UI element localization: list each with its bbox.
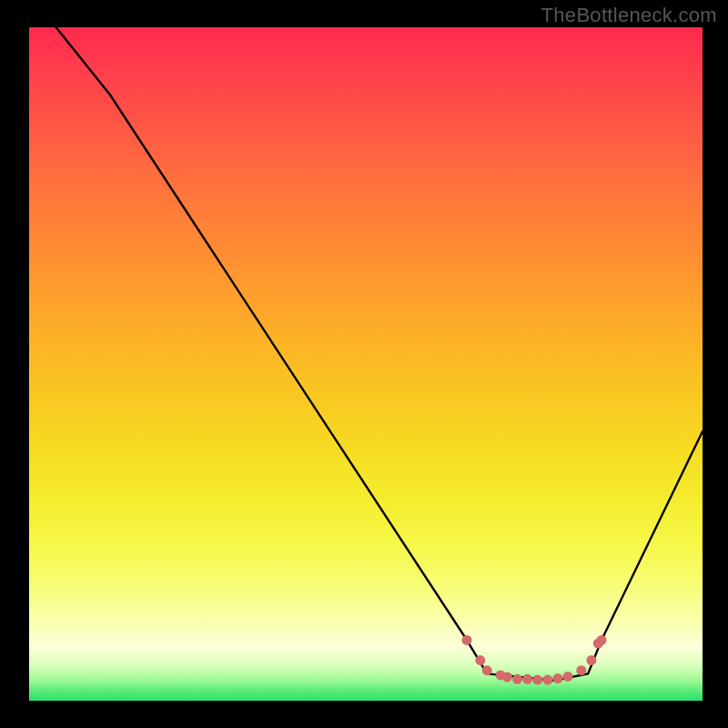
marker-dot (475, 655, 485, 665)
marker-dot (532, 675, 542, 685)
marker-dot (552, 673, 562, 683)
marker-dot (542, 675, 552, 685)
marker-dot (502, 672, 512, 682)
curve-line (56, 27, 703, 681)
marker-dot (563, 672, 573, 682)
marker-dot (512, 674, 522, 684)
chart-container: TheBottleneck.com (0, 0, 728, 728)
chart-svg (29, 27, 703, 701)
watermark-text: TheBottleneck.com (541, 4, 717, 27)
marker-dot (462, 635, 472, 645)
marker-cluster (462, 635, 607, 685)
plot-area (29, 27, 703, 701)
marker-dot (597, 635, 607, 645)
marker-dot (576, 665, 586, 675)
marker-dot (482, 665, 492, 675)
marker-dot (586, 655, 596, 665)
marker-dot (522, 674, 532, 684)
